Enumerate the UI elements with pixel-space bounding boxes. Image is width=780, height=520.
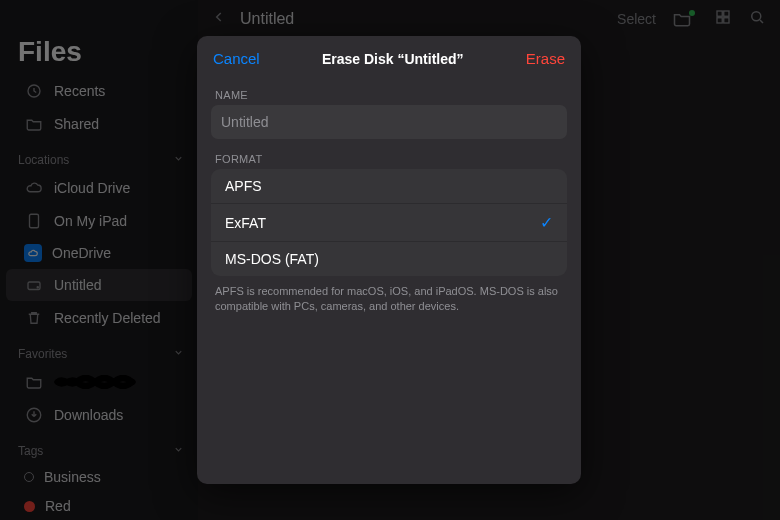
name-field-wrap[interactable] [211,105,567,139]
name-input[interactable] [221,114,557,130]
format-option-label: MS-DOS (FAT) [225,251,319,267]
modal-title: Erase Disk “Untitled” [322,51,464,67]
format-help-text: APFS is recommended for macOS, iOS, and … [197,276,581,314]
format-option-exfat[interactable]: ExFAT ✓ [211,204,567,242]
format-option-apfs[interactable]: APFS [211,169,567,204]
format-list: APFS ExFAT ✓ MS-DOS (FAT) [211,169,567,276]
erase-button[interactable]: Erase [526,50,565,67]
format-section-label: FORMAT [197,139,581,169]
format-option-label: APFS [225,178,262,194]
erase-disk-modal: Cancel Erase Disk “Untitled” Erase NAME … [197,36,581,484]
name-section-label: NAME [197,75,581,105]
format-option-msdos[interactable]: MS-DOS (FAT) [211,242,567,276]
cancel-button[interactable]: Cancel [213,50,260,67]
format-option-label: ExFAT [225,215,266,231]
checkmark-icon: ✓ [540,213,553,232]
